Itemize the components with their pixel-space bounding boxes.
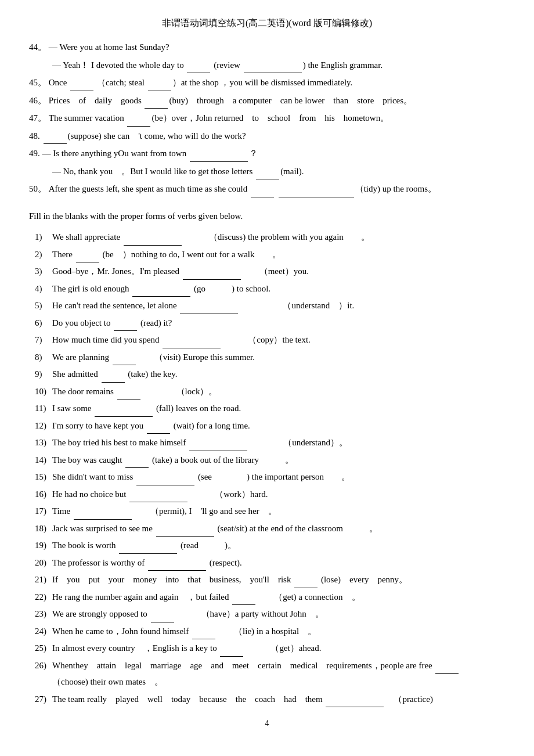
- fill-item-26: 26) Whenthey attain legal marriage age a…: [35, 657, 505, 690]
- fill-text-22: He rang the number again and again ，but …: [52, 589, 505, 606]
- blank-44: [187, 73, 210, 73]
- fill-item-13: 13) The boy tried his best to make himse…: [35, 434, 505, 451]
- fill-item-18: 18) Jack was surprised to see me (seat/s…: [35, 520, 505, 537]
- item-44-line2: — Yeah！ I devoted the whole day to (revi…: [29, 57, 505, 74]
- item-47-num: 47。: [29, 113, 46, 123]
- fill-text-12: I'm sorry to have kept you (wait) for a …: [52, 417, 505, 434]
- item-46: 46。 Prices of daily goods (buy) through …: [29, 92, 505, 109]
- fill-item-25: 25) In almost every country ，English is …: [35, 640, 505, 657]
- fill-text-16: He had no choice but （work）hard.: [52, 486, 505, 503]
- item-45-num: 45。: [29, 78, 46, 87]
- fill-num-15: 15): [35, 469, 52, 485]
- fill-text-20: The professor is worthy of (respect).: [52, 555, 505, 571]
- blank-47: [127, 126, 150, 127]
- blank-44b: [244, 73, 302, 73]
- fill-num-11: 11): [35, 400, 52, 417]
- item-46-num: 46。: [29, 96, 46, 105]
- fill-num-22: 22): [35, 589, 52, 606]
- fill-item-5: 5) He can't read the sentence, let alone…: [35, 297, 505, 314]
- fill-text-27: The team really played well today becaus…: [52, 691, 505, 708]
- item-49-line2: — No, thank you 。But I would like to get…: [29, 163, 505, 180]
- fill-text-24: When he came to，John found himself （lie)…: [52, 623, 505, 640]
- fill-instruction: Fill in the blanks with the proper forms…: [29, 208, 505, 225]
- blank-49a: [190, 161, 248, 162]
- fill-num-26: 26): [35, 657, 52, 690]
- fill-num-24: 24): [35, 623, 52, 640]
- fill-text-14: The boy was caught (take) a book out of …: [52, 452, 505, 469]
- fill-item-12: 12) I'm sorry to have kept you (wait) fo…: [35, 417, 505, 434]
- fill-num-9: 9): [35, 366, 52, 383]
- fill-num-23: 23): [35, 606, 52, 622]
- fill-num-7: 7): [35, 332, 52, 348]
- item-44-num: 44。: [29, 42, 46, 52]
- fill-text-17: Time （permit), I 'll go and see her 。: [52, 503, 505, 520]
- fill-num-12: 12): [35, 417, 52, 434]
- fill-num-1: 1): [35, 229, 52, 246]
- blank-49b: [256, 179, 279, 179]
- item-45: 45。 Once （catch; steal ）at the shop ，you…: [29, 74, 505, 91]
- fill-num-25: 25): [35, 640, 52, 657]
- fill-text-26: Whenthey attain legal marriage age and m…: [52, 657, 505, 690]
- fill-text-1: We shall appreciate （discuss) the proble…: [52, 229, 505, 246]
- fill-item-22: 22) He rang the number again and again ，…: [35, 589, 505, 606]
- fill-num-10: 10): [35, 383, 52, 400]
- fill-num-4: 4): [35, 280, 52, 297]
- fill-text-5: He can't read the sentence, let alone （u…: [52, 297, 505, 314]
- item-48-num: 48.: [29, 131, 40, 141]
- item-47: 47。 The summer vacation (be）over，John re…: [29, 110, 505, 127]
- item-44: 44。 — Were you at home last Sunday?: [29, 39, 505, 56]
- blank-46: [145, 108, 168, 109]
- fill-text-19: The book is worth (read )。: [52, 537, 505, 554]
- fill-text-8: We are planning （visit) Europe this summ…: [52, 349, 505, 366]
- fill-num-3: 3): [35, 263, 52, 280]
- fill-text-4: The girl is old enough (go ) to school.: [52, 280, 505, 297]
- fill-num-5: 5): [35, 297, 52, 314]
- fill-text-13: The boy tried his best to make himself （…: [52, 434, 505, 451]
- fill-num-2: 2): [35, 246, 52, 263]
- fill-num-17: 17): [35, 503, 52, 520]
- fill-num-8: 8): [35, 349, 52, 366]
- fill-item-19: 19) The book is worth (read )。: [35, 537, 505, 554]
- numbered-section: 44。 — Were you at home last Sunday? — Ye…: [29, 39, 505, 197]
- fill-item-7: 7) How much time did you spend （copy）the…: [35, 332, 505, 348]
- fill-num-27: 27): [35, 691, 52, 708]
- fill-item-11: 11) I saw some (fall) leaves on the road…: [35, 400, 505, 417]
- fill-item-4: 4) The girl is old enough (go ) to schoo…: [35, 280, 505, 297]
- fill-section: 1) We shall appreciate （discuss) the pro…: [29, 229, 505, 707]
- fill-item-21: 21) If you put your money into that busi…: [35, 571, 505, 588]
- fill-item-24: 24) When he came to，John found himself （…: [35, 623, 505, 640]
- page-title: 非谓语动词填空练习(高二英语)(word 版可编辑修改): [29, 17, 505, 30]
- blank-45b: [148, 91, 171, 91]
- fill-text-6: Do you object to (read) it?: [52, 315, 505, 332]
- fill-num-18: 18): [35, 520, 52, 537]
- fill-item-17: 17) Time （permit), I 'll go and see her …: [35, 503, 505, 520]
- fill-num-6: 6): [35, 315, 52, 332]
- fill-text-23: We are strongly opposed to （have）a party…: [52, 606, 505, 622]
- fill-num-20: 20): [35, 555, 52, 571]
- item-50-num: 50。: [29, 184, 46, 193]
- fill-item-10: 10) The door remains （lock）。: [35, 383, 505, 400]
- page-number: 4: [29, 719, 505, 728]
- blank-50: [251, 197, 274, 197]
- fill-text-11: I saw some (fall) leaves on the road.: [52, 400, 505, 417]
- fill-item-6: 6) Do you object to (read) it?: [35, 315, 505, 332]
- fill-text-15: She didn't want to miss (see ) the impor…: [52, 469, 505, 485]
- fill-item-14: 14) The boy was caught (take) a book out…: [35, 452, 505, 469]
- fill-item-1: 1) We shall appreciate （discuss) the pro…: [35, 229, 505, 246]
- fill-item-9: 9) She admitted (take) the key.: [35, 366, 505, 383]
- fill-item-8: 8) We are planning （visit) Europe this s…: [35, 349, 505, 366]
- fill-text-25: In almost every country ，English is a ke…: [52, 640, 505, 657]
- blank-48: [44, 143, 67, 144]
- fill-item-20: 20) The professor is worthy of (respect)…: [35, 555, 505, 571]
- fill-item-3: 3) Good–bye，Mr. Jones。I'm pleased （meet）…: [35, 263, 505, 280]
- fill-num-21: 21): [35, 571, 52, 588]
- fill-text-3: Good–bye，Mr. Jones。I'm pleased （meet）you…: [52, 263, 505, 280]
- fill-num-13: 13): [35, 434, 52, 451]
- fill-item-15: 15) She didn't want to miss (see ) the i…: [35, 469, 505, 485]
- item-50: 50。 After the guests left, she spent as …: [29, 181, 505, 197]
- fill-item-23: 23) We are strongly opposed to （have）a p…: [35, 606, 505, 622]
- fill-text-9: She admitted (take) the key.: [52, 366, 505, 383]
- fill-item-2: 2) There (be ）nothing to do, I went out …: [35, 246, 505, 263]
- fill-item-16: 16) He had no choice but （work）hard.: [35, 486, 505, 503]
- item-49-num: 49.: [29, 149, 40, 158]
